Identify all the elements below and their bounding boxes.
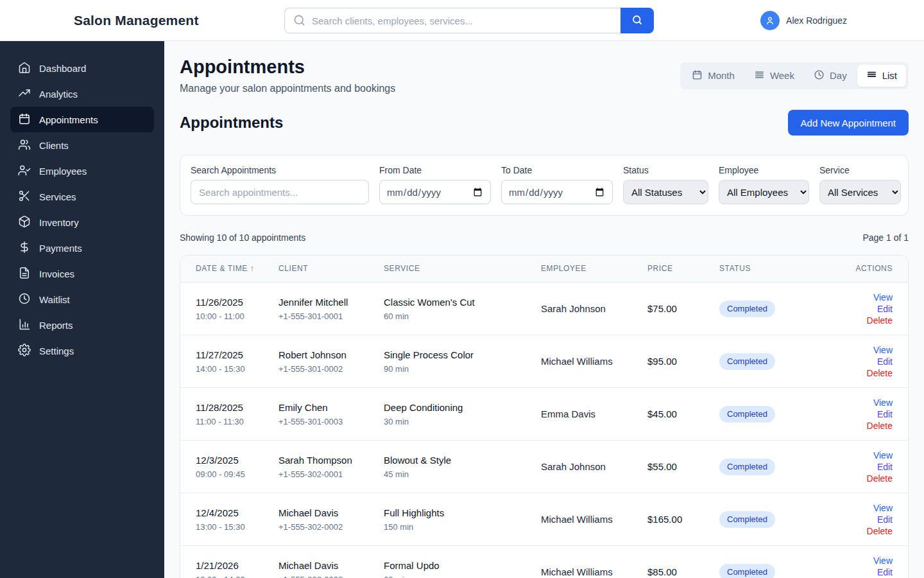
sidebar-item-label: Appointments — [39, 114, 98, 125]
view-link[interactable]: View — [873, 450, 893, 460]
sidebar-item-clients[interactable]: Clients — [10, 132, 154, 158]
status-filter-label: Status — [623, 165, 708, 175]
service-filter-select[interactable]: All Services — [819, 180, 901, 204]
edit-link[interactable]: Edit — [877, 409, 893, 419]
sidebar-item-settings[interactable]: Settings — [10, 338, 154, 363]
edit-link[interactable]: Edit — [877, 514, 893, 525]
employee-filter-select[interactable]: All Employees — [719, 180, 809, 204]
clock-icon — [18, 292, 31, 307]
sidebar-item-payments[interactable]: Payments — [10, 235, 154, 261]
sidebar-item-reports[interactable]: Reports — [10, 312, 154, 338]
add-appointment-button[interactable]: Add New Appointment — [788, 110, 909, 136]
view-list-button[interactable]: List — [857, 65, 906, 87]
view-list-label: List — [882, 70, 897, 81]
service-name: Deep Conditioning — [384, 401, 536, 415]
appointment-time: 09:00 - 09:45 — [196, 469, 273, 480]
sidebar-item-inventory[interactable]: Inventory — [10, 209, 154, 235]
service-duration: 30 min — [384, 416, 536, 428]
employee-name: Emma Davis — [541, 408, 595, 419]
view-month-button[interactable]: Month — [683, 65, 744, 87]
sidebar-item-analytics[interactable]: Analytics — [10, 81, 154, 107]
sidebar-item-appointments[interactable]: Appointments — [10, 107, 154, 132]
client-phone: +1-555-302-0002 — [278, 574, 379, 578]
search-appointments-label: Search Appointments — [191, 165, 369, 175]
price: $85.00 — [647, 566, 677, 577]
search-submit-button[interactable] — [620, 8, 654, 33]
delete-link[interactable]: Delete — [867, 368, 893, 378]
table-row: 12/4/2025 13:00 - 15:30 Michael Davis +1… — [180, 493, 908, 545]
service-name: Classic Women's Cut — [384, 295, 536, 310]
delete-link[interactable]: Delete — [867, 526, 893, 536]
view-day-button[interactable]: Day — [805, 65, 856, 87]
view-link[interactable]: View — [873, 556, 893, 566]
view-link[interactable]: View — [873, 398, 893, 408]
from-date-input[interactable] — [379, 180, 491, 204]
column-header-date[interactable]: DATE & TIME↑ — [180, 256, 278, 282]
column-header-service: SERVICE — [384, 256, 541, 282]
service-filter-label: Service — [819, 165, 901, 175]
employee-filter-label: Employee — [719, 165, 809, 175]
user-menu[interactable]: Alex Rodriguez — [760, 0, 847, 41]
search-appointments-input[interactable] — [191, 180, 369, 204]
to-date-input[interactable] — [501, 180, 613, 204]
view-week-button[interactable]: Week — [745, 65, 803, 87]
sidebar-item-label: Invoices — [39, 268, 74, 279]
sidebar-item-label: Payments — [39, 243, 82, 254]
client-name: Robert Johnson — [278, 348, 379, 362]
appointment-time: 13:00 - 15:30 — [196, 521, 273, 533]
column-header-employee: EMPLOYEE — [541, 256, 647, 282]
status-badge: Completed — [719, 459, 775, 475]
edit-link[interactable]: Edit — [877, 567, 893, 577]
edit-link[interactable]: Edit — [877, 304, 893, 314]
view-month-label: Month — [708, 70, 735, 81]
service-duration: 90 min — [384, 363, 536, 375]
appointment-time: 11:00 - 11:30 — [196, 416, 273, 428]
calendar-icon — [692, 69, 703, 82]
service-name: Formal Updo — [384, 559, 536, 573]
view-link[interactable]: View — [873, 292, 893, 302]
client-phone: +1-555-301-0002 — [278, 363, 379, 375]
page-indicator: Page 1 of 1 — [862, 232, 909, 243]
file-text-icon — [18, 267, 31, 281]
price: $75.00 — [647, 303, 677, 314]
sidebar-item-employees[interactable]: Employees — [10, 158, 154, 184]
sidebar-item-waitlist[interactable]: Waitlist — [10, 286, 154, 312]
view-link[interactable]: View — [873, 345, 893, 355]
column-header-price: PRICE — [647, 256, 719, 282]
status-badge: Completed — [719, 564, 775, 578]
appointment-date: 11/27/2025 — [196, 348, 273, 362]
appointment-date: 11/26/2025 — [196, 295, 273, 310]
edit-link[interactable]: Edit — [877, 462, 893, 472]
top-header: Salon Management Alex Rodriguez — [0, 0, 924, 41]
sidebar-item-label: Employees — [39, 166, 87, 177]
dollar-icon — [18, 241, 31, 256]
view-day-label: Day — [830, 70, 847, 81]
employee-name: Sarah Johnson — [541, 303, 606, 314]
appointment-date: 12/3/2025 — [196, 453, 273, 468]
status-badge: Completed — [719, 353, 775, 370]
list-icon — [866, 69, 877, 82]
view-link[interactable]: View — [873, 503, 893, 513]
filters-panel: Search Appointments From Date To Date St… — [180, 155, 909, 216]
sidebar-item-label: Settings — [39, 346, 74, 356]
employee-name: Michael Williams — [541, 566, 613, 577]
edit-link[interactable]: Edit — [877, 356, 893, 367]
client-name: Sarah Thompson — [278, 453, 379, 468]
delete-link[interactable]: Delete — [867, 315, 893, 326]
align-justify-icon — [754, 69, 765, 82]
delete-link[interactable]: Delete — [867, 421, 893, 431]
status-filter-select[interactable]: All Statuses — [623, 180, 708, 204]
appointment-date: 1/21/2026 — [196, 559, 273, 573]
appointment-time: 10:00 - 11:00 — [196, 311, 273, 322]
sidebar-item-invoices[interactable]: Invoices — [10, 261, 154, 286]
view-week-label: Week — [770, 70, 794, 81]
global-search-input[interactable] — [284, 8, 620, 33]
table-row: 11/27/2025 14:00 - 15:30 Robert Johnson … — [180, 335, 908, 387]
client-phone: +1-555-301-0003 — [278, 416, 379, 428]
appointment-date: 11/28/2025 — [196, 401, 273, 415]
sidebar-item-services[interactable]: Services — [10, 184, 154, 209]
sidebar-item-label: Analytics — [39, 89, 78, 100]
status-badge: Completed — [719, 301, 775, 317]
sidebar-item-dashboard[interactable]: Dashboard — [10, 55, 154, 81]
delete-link[interactable]: Delete — [867, 473, 893, 484]
